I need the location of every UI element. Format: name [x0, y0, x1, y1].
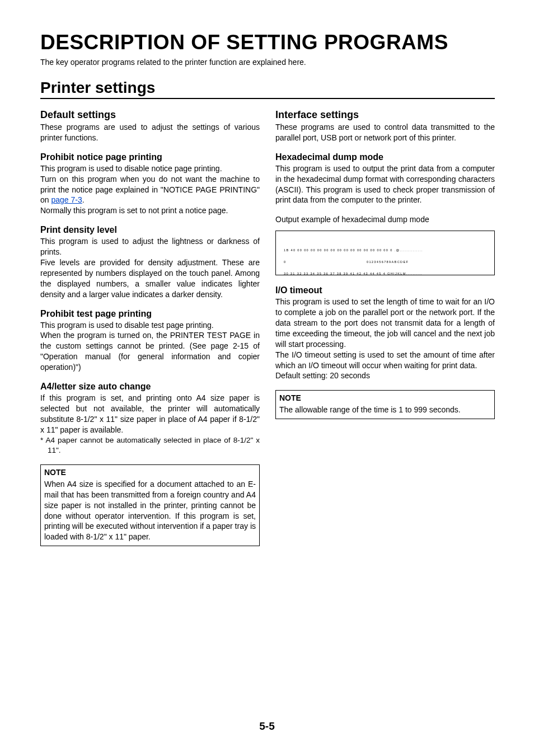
page-title: DESCRIPTION OF SETTING PROGRAMS [40, 31, 495, 54]
io-timeout-default: Default setting: 20 seconds [275, 370, 495, 381]
prohibit-test-block: Prohibit test page printing This program… [40, 309, 260, 373]
hex-dump-output-box: 1B 40 00 00 00 00 00 00 00 00 00 00 00 0… [275, 231, 495, 275]
interface-settings-block: Interface settings These programs are us… [275, 109, 495, 143]
page-number: 5-5 [0, 720, 534, 732]
prohibit-notice-body-3: Normally this program is set to not prin… [40, 205, 260, 216]
a4-letter-body: If this program is set, and printing ont… [40, 393, 260, 435]
hex-dump-caption: Output example of hexadecimal dump mode [275, 214, 495, 225]
io-timeout-heading: I/O timeout [275, 285, 495, 295]
section-heading: Printer settings [40, 79, 495, 99]
left-column: Default settings These programs are used… [40, 109, 260, 546]
io-timeout-block: I/O timeout This program is used to set … [275, 285, 495, 381]
prohibit-notice-text-b: . [82, 195, 85, 204]
print-density-block: Print density level This program is used… [40, 225, 260, 299]
prohibit-notice-body-1: This program is used to disable notice p… [40, 163, 260, 174]
right-note-box: NOTE The allowable range of the time is … [275, 390, 495, 419]
a4-letter-heading: A4/letter size auto change [40, 382, 260, 392]
left-note-body: When A4 size is specified for a document… [44, 479, 256, 542]
hex-dump-block: Hexadecimal dump mode This program is us… [275, 152, 495, 206]
right-note-label: NOTE [279, 393, 491, 403]
print-density-heading: Print density level [40, 225, 260, 235]
prohibit-test-body-1: This program is used to disable test pag… [40, 320, 260, 331]
page-7-3-link[interactable]: page 7-3 [51, 195, 82, 204]
a4-letter-block: A4/letter size auto change If this progr… [40, 382, 260, 456]
print-density-body-1: This program is used to adjust the light… [40, 236, 260, 257]
prohibit-test-body-2: When the program is turned on, the PRINT… [40, 330, 260, 373]
intro-text: The key operator programs related to the… [40, 58, 495, 67]
hex-dump-heading: Hexadecimal dump mode [275, 152, 495, 162]
io-timeout-body-1: This program is used to set the length o… [275, 297, 495, 349]
hex-dump-body: This program is used to output the print… [275, 163, 495, 206]
prohibit-notice-heading: Prohibit notice page printing [40, 152, 260, 162]
right-column: Interface settings These programs are us… [275, 109, 495, 546]
default-settings-body: These programs are used to adjust the se… [40, 122, 260, 143]
two-column-layout: Default settings These programs are used… [40, 109, 495, 546]
hex-line: 30 31 32 33 34 35 36 37 38 39 41 42 43 4… [284, 272, 489, 275]
hex-line: 0 0123456789ABCDEF [284, 260, 489, 264]
prohibit-notice-body-2: Turn on this program when you do not wan… [40, 174, 260, 206]
right-note-body: The allowable range of the time is 1 to … [279, 405, 491, 415]
prohibit-notice-block: Prohibit notice page printing This progr… [40, 152, 260, 216]
io-timeout-body-2: The I/O timeout setting is used to set t… [275, 350, 495, 371]
left-note-box: NOTE When A4 size is specified for a doc… [40, 464, 260, 546]
default-settings-heading: Default settings [40, 109, 260, 121]
a4-letter-footnote: * A4 paper cannot be automatically selec… [40, 435, 260, 456]
interface-settings-heading: Interface settings [275, 109, 495, 121]
left-note-label: NOTE [44, 467, 256, 478]
default-settings-block: Default settings These programs are used… [40, 109, 260, 143]
prohibit-test-heading: Prohibit test page printing [40, 309, 260, 319]
print-density-body-2: Five levels are provided for density adj… [40, 257, 260, 300]
interface-settings-body: These programs are used to control data … [275, 122, 495, 143]
hex-line: 1B 40 00 00 00 00 00 00 00 00 00 00 00 0… [284, 248, 489, 252]
